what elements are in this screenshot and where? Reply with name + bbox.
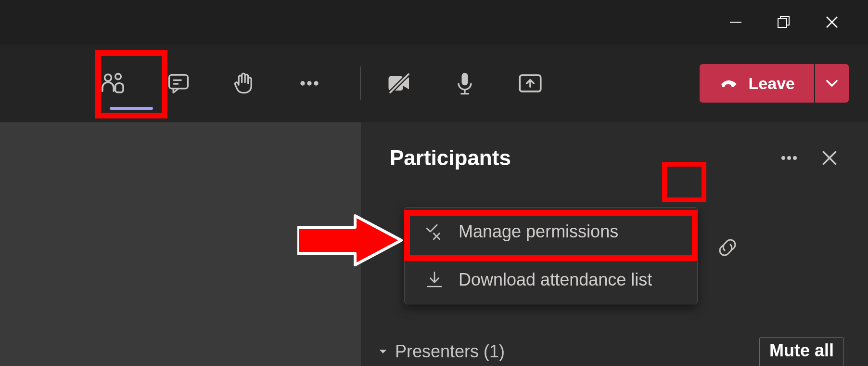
camera-off-icon — [385, 69, 414, 98]
leave-button[interactable]: Leave — [700, 64, 814, 103]
svg-point-6 — [115, 74, 121, 79]
window-titlebar — [0, 0, 868, 44]
participants-options-menu: Manage permissions Download attendance l… — [404, 207, 698, 304]
svg-point-10 — [300, 81, 305, 85]
leave-label: Leave — [749, 74, 795, 93]
hand-icon — [231, 71, 256, 96]
ellipsis-icon — [778, 146, 801, 170]
camera-button[interactable] — [380, 64, 419, 103]
leave-button-group: Leave — [700, 64, 849, 103]
download-icon — [424, 269, 445, 290]
maximize-button[interactable] — [774, 13, 793, 32]
more-actions-button[interactable] — [290, 64, 329, 103]
close-window-button[interactable] — [822, 13, 842, 32]
check-x-icon — [424, 221, 445, 242]
svg-point-21 — [793, 156, 797, 160]
leave-options-button[interactable] — [815, 64, 849, 103]
svg-point-19 — [781, 156, 785, 160]
people-icon — [100, 70, 127, 97]
panel-header: Participants — [361, 122, 868, 172]
svg-point-5 — [105, 74, 112, 81]
hangup-icon — [719, 73, 739, 93]
chevron-down-icon — [825, 76, 839, 91]
share-link-button[interactable] — [716, 236, 739, 261]
mute-all-button[interactable]: Mute all — [759, 337, 844, 366]
toolbar-divider — [360, 66, 361, 100]
caret-down-icon — [378, 346, 388, 357]
people-button[interactable] — [94, 64, 132, 103]
panel-more-button[interactable] — [775, 144, 804, 172]
close-icon — [820, 148, 839, 168]
minimize-button[interactable] — [726, 13, 745, 32]
chat-button[interactable] — [159, 64, 198, 103]
presenters-section[interactable]: Presenters (1) — [378, 341, 505, 362]
svg-rect-7 — [169, 75, 188, 89]
microphone-icon — [452, 71, 477, 96]
link-icon — [716, 236, 739, 259]
raise-hand-button[interactable] — [225, 64, 263, 103]
panel-title: Participants — [390, 146, 763, 170]
panel-close-button[interactable] — [815, 144, 844, 172]
share-button[interactable] — [511, 64, 549, 103]
participants-footer: Presenters (1) Mute all — [366, 337, 868, 366]
svg-rect-2 — [778, 19, 787, 27]
presenters-label: Presenters (1) — [395, 341, 505, 362]
svg-point-20 — [787, 156, 791, 160]
svg-point-11 — [307, 81, 311, 85]
manage-permissions-item[interactable]: Manage permissions — [405, 208, 697, 256]
share-screen-icon — [516, 69, 544, 97]
mute-all-label: Mute all — [769, 340, 834, 360]
menu-item-label: Download attendance list — [459, 270, 652, 290]
meeting-toolbar: Leave — [0, 44, 868, 122]
chat-icon — [166, 71, 191, 96]
microphone-button[interactable] — [446, 64, 484, 103]
download-attendance-item[interactable]: Download attendance list — [405, 256, 697, 304]
ellipsis-icon — [296, 70, 323, 97]
menu-item-label: Manage permissions — [459, 222, 618, 242]
svg-point-12 — [314, 81, 318, 85]
svg-rect-15 — [462, 73, 468, 85]
